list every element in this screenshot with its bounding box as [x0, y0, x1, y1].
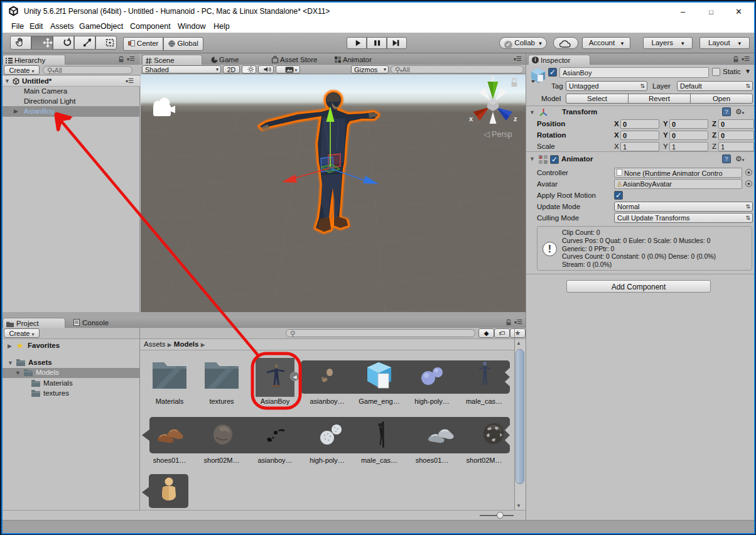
svg-text:z: z [514, 115, 517, 122]
svg-text:x: x [469, 115, 473, 122]
svg-text:y: y [491, 75, 495, 81]
svg-text:◁ Persp: ◁ Persp [483, 130, 512, 139]
